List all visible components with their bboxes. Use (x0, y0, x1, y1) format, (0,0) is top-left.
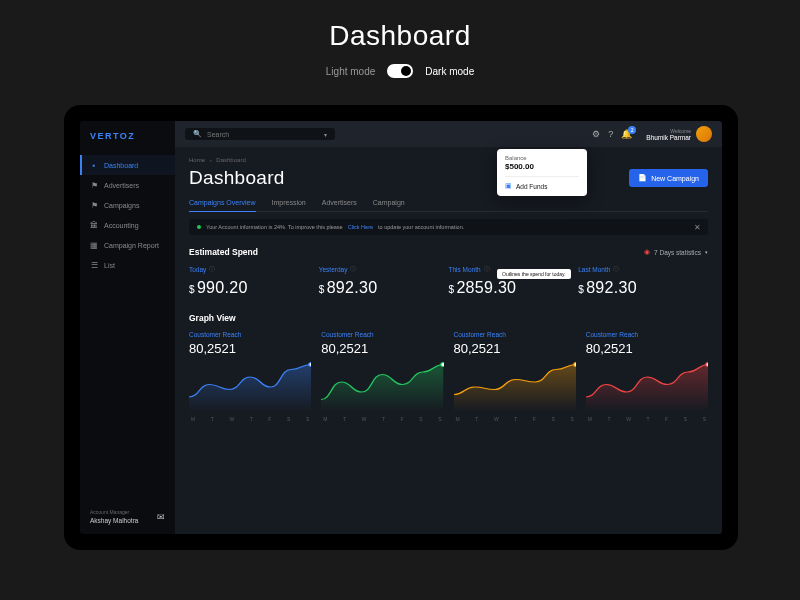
sparkline-chart (454, 362, 576, 412)
section-header: Estimated Spend ◉ 7 Days statistics ▾ (189, 247, 708, 257)
day-label: S (570, 416, 573, 422)
graph-series-label: Coustomer Reach (454, 331, 576, 338)
graph-value: 80,2521 (586, 341, 708, 356)
search-bar[interactable]: 🔍 ▾ (185, 128, 335, 140)
plus-card-icon: ▣ (505, 182, 512, 190)
graph-title: Graph View (189, 313, 708, 323)
mail-icon[interactable]: ✉ (157, 512, 165, 522)
svg-point-0 (309, 363, 311, 367)
new-campaign-button[interactable]: 📄 New Campaign (629, 169, 708, 187)
dark-mode-label: Dark mode (425, 66, 474, 77)
spend-period-label: Today ⓘ (189, 265, 319, 274)
day-label: M (588, 416, 592, 422)
divider (505, 176, 579, 177)
banner-link[interactable]: Click Here (348, 224, 373, 230)
account-manager-label: Account Manager (90, 509, 165, 515)
breadcrumb: Home › Dashboard (189, 157, 708, 163)
graph-value: 80,2521 (189, 341, 311, 356)
day-label: T (211, 416, 214, 422)
user-name: Bhumik Parmar (646, 134, 691, 141)
day-label: F (268, 416, 271, 422)
nav-icon: 🏛 (90, 221, 98, 229)
balance-amount: $500.00 (505, 162, 579, 171)
day-label: W (626, 416, 631, 422)
main-area: 🔍 ▾ ⚙ ? 🔔2 Welcome Bhumik Parmar Balance… (175, 121, 722, 534)
sidebar-item-label: List (104, 262, 115, 269)
graph-column: Coustomer Reach80,2521MTWTFSS (454, 331, 576, 422)
graph-value: 80,2521 (454, 341, 576, 356)
graph-column: Coustomer Reach80,2521MTWTFSS (321, 331, 443, 422)
spend-column: Last Month ⓘ$892.30 (578, 265, 708, 297)
user-menu[interactable]: Welcome Bhumik Parmar (646, 126, 712, 142)
spend-title: Estimated Spend (189, 247, 258, 257)
day-label: F (665, 416, 668, 422)
day-label: T (382, 416, 385, 422)
spend-amount: $892.30 (319, 279, 449, 297)
day-label: T (646, 416, 649, 422)
sparkline-chart (321, 362, 443, 412)
calendar-icon: ◉ (644, 248, 650, 256)
day-label: W (362, 416, 367, 422)
notification-badge: 2 (628, 126, 636, 134)
info-icon[interactable]: ⓘ (613, 265, 619, 274)
tab-advertisers[interactable]: Advertisers (322, 199, 357, 211)
info-icon[interactable]: ⓘ (484, 265, 490, 274)
sidebar-item-label: Dashboard (104, 162, 138, 169)
balance-popover: Balance $500.00 ▣ Add Funds (497, 149, 587, 196)
page-heading: Dashboard (0, 0, 800, 52)
nav-icon: ▪ (90, 161, 98, 169)
info-icon[interactable]: ⓘ (209, 265, 215, 274)
day-label: S (287, 416, 290, 422)
sidebar-item-accounting[interactable]: 🏛Accounting (80, 215, 175, 235)
sidebar-item-label: Campaigns (104, 202, 139, 209)
gear-icon[interactable]: ⚙ (592, 129, 600, 139)
nav-icon: ▦ (90, 241, 98, 249)
sidebar-item-list[interactable]: ☰List (80, 255, 175, 275)
spend-column: Yesterday ⓘ$892.30 (319, 265, 449, 297)
banner-text-post: to update your account information. (378, 224, 464, 230)
day-label: M (191, 416, 195, 422)
stats-range-selector[interactable]: ◉ 7 Days statistics ▾ (644, 248, 708, 256)
day-label: F (533, 416, 536, 422)
search-icon: 🔍 (193, 130, 202, 138)
day-label: S (419, 416, 422, 422)
spend-amount: $892.30 (578, 279, 708, 297)
sidebar-item-dashboard[interactable]: ▪Dashboard (80, 155, 175, 175)
search-input[interactable] (207, 131, 319, 138)
day-label: S (684, 416, 687, 422)
title-row: Dashboard 📄 New Campaign (189, 167, 708, 189)
info-icon[interactable]: ⓘ (350, 265, 356, 274)
device-frame: VERTOZ ▪Dashboard⚑Advertisers⚑Campaigns🏛… (64, 105, 738, 550)
days-axis: MTWTFSS (321, 416, 443, 422)
bell-icon[interactable]: 🔔2 (621, 129, 632, 139)
add-funds-label: Add Funds (516, 183, 547, 190)
add-funds-button[interactable]: ▣ Add Funds (505, 182, 579, 190)
plus-file-icon: 📄 (638, 174, 647, 182)
sidebar-item-campaign-report[interactable]: ▦Campaign Report (80, 235, 175, 255)
tab-campaign[interactable]: Campaign (373, 199, 405, 211)
sidebar-item-advertisers[interactable]: ⚑Advertisers (80, 175, 175, 195)
light-mode-label: Light mode (326, 66, 375, 77)
help-icon[interactable]: ? (608, 129, 613, 139)
stats-range-label: 7 Days statistics (654, 249, 701, 256)
nav-icon: ☰ (90, 261, 98, 269)
page-title: Dashboard (189, 167, 285, 189)
day-label: T (250, 416, 253, 422)
days-axis: MTWTFSS (586, 416, 708, 422)
sidebar-item-campaigns[interactable]: ⚑Campaigns (80, 195, 175, 215)
theme-toggle[interactable] (387, 64, 413, 78)
graph-series-label: Coustomer Reach (321, 331, 443, 338)
day-label: M (323, 416, 327, 422)
days-axis: MTWTFSS (189, 416, 311, 422)
tab-campaigns-overview[interactable]: Campaigns Overview (189, 199, 256, 212)
breadcrumb-home[interactable]: Home (189, 157, 205, 163)
tab-impression[interactable]: Impression (272, 199, 306, 211)
sidebar-footer: Account Manager Akshay Malhotra ✉ (80, 499, 175, 534)
tooltip: Outlines the spend for today. (497, 269, 571, 279)
chevron-down-icon: ▾ (705, 249, 708, 255)
chevron-right-icon: › (210, 157, 212, 163)
close-icon[interactable]: ✕ (694, 223, 701, 232)
graph-column: Coustomer Reach80,2521MTWTFSS (586, 331, 708, 422)
brand-logo[interactable]: VERTOZ (80, 121, 175, 155)
theme-toggle-row: Light mode Dark mode (0, 64, 800, 78)
